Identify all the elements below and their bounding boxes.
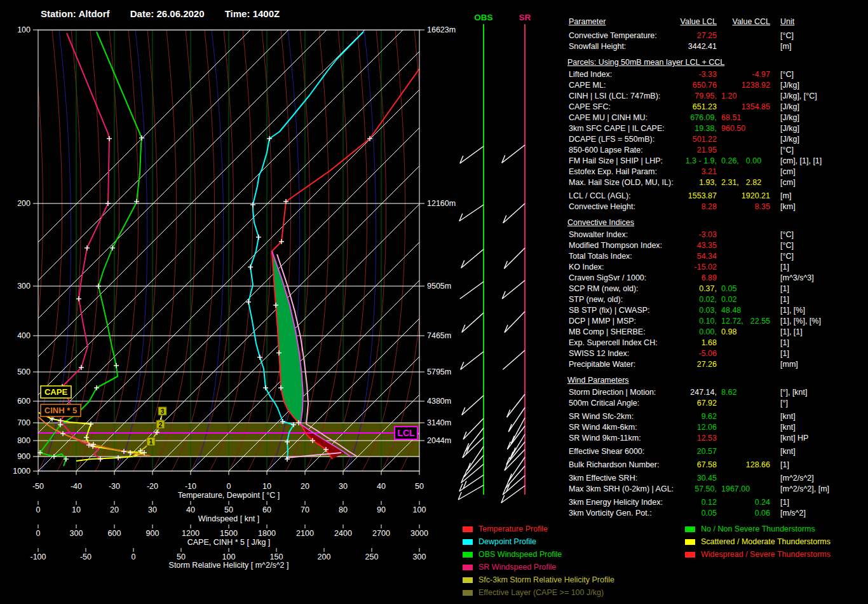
legend-label: Scattered / Moderate Thunderstorms <box>701 537 831 546</box>
value-lcl: 43.35 <box>697 241 717 250</box>
cape-axis-tick-label: 1200 <box>182 529 200 538</box>
value-ccl: 0.06 <box>755 509 770 518</box>
srh-axis-tick-label: 300 <box>413 553 426 561</box>
temperature-axis-tick-label: 40 <box>377 482 386 491</box>
parameter-row: CAPE MU | CINH MU:676.09,68.51[J/kg] <box>567 113 868 124</box>
profiles-legend-item: Temperature Profile <box>463 523 614 535</box>
parameter-row: Showalter Index:-3.03[°C] <box>567 230 868 241</box>
legend-swatch-icon <box>463 577 473 583</box>
parameter-row: Estofex Exp. Hail Param:3.21[cm] <box>567 167 868 178</box>
value-extra: 8.62 <box>721 388 743 397</box>
moist-adiabat-line <box>133 30 177 471</box>
parameter-row: CAPE SFC:651.231354.85[J/kg] <box>567 102 868 113</box>
parameter-row: Max 3km SRH (0-2km) | AGL:57.50,1967.00[… <box>567 484 868 495</box>
windspeed-axis-tick-label: 40 <box>186 505 195 514</box>
wind-barb <box>461 464 484 483</box>
srh-axis-tick-label: 250 <box>365 553 379 561</box>
value-extra-item: 22.55 <box>750 317 770 326</box>
value-extra-item: 8.62 <box>721 388 736 397</box>
parameter-label: Craven SigSvr / 1000: <box>569 273 646 282</box>
severity-legend-item: Scattered / Moderate Thunderstorms <box>685 535 831 548</box>
cinh-label: CINH * 5 <box>44 406 77 415</box>
moist-adiabat-line <box>210 30 253 471</box>
height-tick-label: 2044m <box>427 436 451 445</box>
temperature-axis-tick-label: -50 <box>32 482 44 491</box>
parameter-row: 850-600 Lapse Rate:21.95[°C] <box>567 146 868 156</box>
wind-barb <box>507 394 525 417</box>
parameter-label: Bulk Richardson Number: <box>569 460 659 469</box>
parameter-label: Convective Temperature: <box>569 31 657 40</box>
parameter-label: 3km Vorticity Gen. Pot.: <box>569 509 652 518</box>
value-lcl: 1.68 <box>702 338 717 347</box>
windspeed-axis-tick-label: 80 <box>339 505 348 514</box>
isotherm-line <box>267 30 564 471</box>
unit-label: [knt] <box>780 447 796 456</box>
unit-label: [mm] <box>780 360 798 369</box>
parameter-row: SR Wind Sfc-2km:9.62[knt] <box>567 412 868 423</box>
wind-barb <box>460 146 484 163</box>
windspeed-axis-tick-label: 10 <box>72 505 81 514</box>
cape-axis-tick-label: 300 <box>70 529 83 538</box>
legend-label: Dewpoint Profile <box>478 537 536 546</box>
value-lcl: 0.00, <box>699 327 717 336</box>
parameter-row: SB STP (fix) | CWASP:0.03,48.48[1], [%] <box>567 306 868 317</box>
cape-axis-tick-label: 1800 <box>258 529 276 538</box>
wind-barb <box>466 428 484 451</box>
parameter-row: Exp. Supercell Index CH:1.68[1] <box>567 338 868 349</box>
unit-label: [°], [knt] <box>780 388 808 397</box>
height-tick-label: 4380m <box>427 397 451 406</box>
parameter-row: 3km SFC CAPE | IL CAPE:19.38,960.50[J/kg… <box>567 124 868 135</box>
km-marker-label: 1 <box>149 439 153 446</box>
parameter-label: 3km SFC CAPE | IL CAPE: <box>569 124 665 133</box>
parameter-row: Convective Height:8.288.35[km] <box>567 202 868 213</box>
parameter-label: DCAPE (LFS = 550mB): <box>569 135 654 144</box>
value-extra: 0.05 <box>721 284 743 293</box>
height-tick-label: 7465m <box>427 331 451 340</box>
moist-adiabat-line <box>324 30 367 471</box>
unit-label: [1] <box>780 295 789 304</box>
parameter-label: 3km Energy Helicity Index: <box>569 498 663 507</box>
wind-barb <box>508 408 525 432</box>
height-tick-label: 3140m <box>427 418 451 427</box>
legend-label: Widespread / Severe Thunderstorms <box>701 550 831 559</box>
skewt-chart: 123CAPECINH * 5LCL10016623m20012160m3009… <box>0 0 564 604</box>
severity-legend: No / Non Severe ThunderstormsScattered /… <box>685 523 831 561</box>
cape-axis-tick-label: 2400 <box>334 529 352 538</box>
legend-swatch-icon <box>463 565 473 570</box>
value-extra: 960.50 <box>721 124 752 133</box>
profiles-legend-item: Sfc-3km Storm Relative Helicity Profile <box>463 573 614 586</box>
wind-barb <box>459 475 484 491</box>
parameter-label: Max 3km SRH (0-2km) | AGL: <box>569 484 674 493</box>
value-ccl: 0.24 <box>755 498 770 507</box>
value-extra: 0.26,0.00 <box>721 156 768 165</box>
value-extra-item: 68.51 <box>721 113 741 122</box>
parameter-label: Max. Hail Size (OLD, MU, IL): <box>569 178 674 187</box>
pressure-tick-label: 800 <box>17 436 31 445</box>
cape-area <box>272 251 303 424</box>
value-extra: 1967.00 <box>721 484 757 493</box>
srh-axis-tick-label: 50 <box>177 553 186 561</box>
parameter-row: 3km Effective SRH:30.45[m^2/s^2] <box>567 474 868 484</box>
wind-barb <box>463 437 484 458</box>
temperature-axis-tick-label: 10 <box>262 482 271 491</box>
value-lcl: 247.14, <box>690 388 717 397</box>
wind-barb <box>459 205 484 221</box>
value-lcl: 12.06 <box>697 423 717 432</box>
dewpoint-profile <box>248 32 363 459</box>
parameter-label: 850-600 Lapse Rate: <box>569 146 643 154</box>
parameter-label: FM Hail Size | SHIP | LHP: <box>569 156 663 165</box>
unit-label: [m] <box>780 42 791 51</box>
srh-axis-tick-label: 0 <box>132 553 136 561</box>
value-ccl: 8.35 <box>755 202 770 211</box>
section-title: Wind Parameters <box>567 376 868 387</box>
parameter-label: SR Wind Sfc-2km: <box>569 412 634 421</box>
value-lcl: 57.50, <box>695 484 717 493</box>
value-lcl: -3.33 <box>699 70 717 79</box>
value-lcl: -15.02 <box>695 263 717 271</box>
parameter-label: CAPE MU | CINH MU: <box>569 113 648 122</box>
windspeed-axis-tick-label: 50 <box>224 505 233 514</box>
temperature-axis-tick-label: -40 <box>71 482 82 491</box>
wind-barb <box>505 312 525 333</box>
value-lcl: 3442.41 <box>688 42 717 51</box>
moist-adiabat-line <box>0 30 5 471</box>
